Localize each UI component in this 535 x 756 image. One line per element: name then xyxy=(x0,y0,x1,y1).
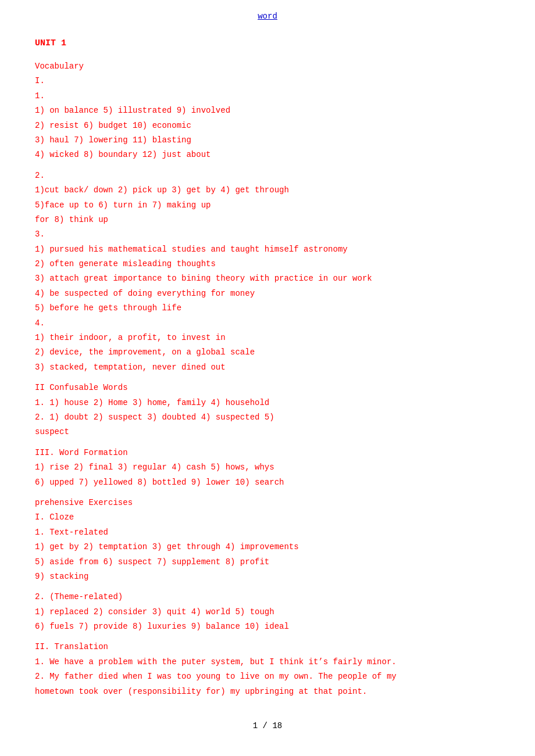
line-1-3: 3) haul 7) lowering 11) blasting xyxy=(35,134,500,146)
tr-1: 1) get by 2) temptation 3) get through 4… xyxy=(35,540,500,553)
section-1: 1. xyxy=(35,89,500,102)
line-2-3: for 8) think up xyxy=(35,213,500,226)
comp-label: prehensive Exercises xyxy=(35,496,500,509)
theme-2: 6) fuels 7) provide 8) luxuries 9) balan… xyxy=(35,620,500,633)
confusable-label: II Confusable Words xyxy=(35,381,500,394)
line-1-4: 4) wicked 8) boundary 12) just about xyxy=(35,148,500,161)
word-formation-label: III. Word Formation xyxy=(35,446,500,459)
line-2-1: 1)cut back/ down 2) pick up 3) get by 4)… xyxy=(35,184,500,196)
line-4-1: 1) their indoor, a profit, to invest in xyxy=(35,331,500,344)
theme-related-label: 2. (Theme-related) xyxy=(35,590,500,603)
section-2: 2. xyxy=(35,169,500,182)
tr-3: 9) stacking xyxy=(35,570,500,583)
trans-2b: hometown took over (responsibility for) … xyxy=(35,685,500,698)
line-3-3: 3) attach great importance to bining the… xyxy=(35,272,500,285)
unit-title: UNIT 1 xyxy=(35,38,500,48)
wf-1: 1) rise 2) final 3) regular 4) cash 5) h… xyxy=(35,461,500,474)
line-4-2: 2) device, the improvement, on a global … xyxy=(35,346,500,359)
line-1-1: 1) on balance 5) illustrated 9) involved xyxy=(35,104,500,117)
section-4: 4. xyxy=(35,317,500,329)
line-4-3: 3) stacked, temptation, never dined out xyxy=(35,361,500,374)
page-title: word xyxy=(35,12,500,21)
trans-1: 1. We have a problem with the puter syst… xyxy=(35,655,500,668)
text-related-label: 1. Text-related xyxy=(35,526,500,539)
tr-2: 5) aside from 6) suspect 7) supplement 8… xyxy=(35,556,500,568)
translation-label: II. Translation xyxy=(35,640,500,653)
line-3-5: 5) before he gets through life xyxy=(35,302,500,314)
theme-1: 1) replaced 2) consider 3) quit 4) world… xyxy=(35,605,500,618)
section-I: I. xyxy=(35,74,500,87)
trans-2: 2. My father died when I was too young t… xyxy=(35,670,500,683)
page-footer: 1 / 18 xyxy=(35,721,500,730)
line-2-2: 5)face up to 6) turn in 7) making up xyxy=(35,199,500,212)
line-1-2: 2) resist 6) budget 10) economic xyxy=(35,119,500,132)
conf-1: 1. 1) house 2) Home 3) home, family 4) h… xyxy=(35,396,500,409)
line-3-4: 4) be suspected of doing everything for … xyxy=(35,287,500,300)
conf-2: 2. 1) doubt 2) suspect 3) doubted 4) sus… xyxy=(35,411,500,424)
line-3-1: 1) pursued his mathematical studies and … xyxy=(35,243,500,256)
cloze-label: I. Cloze xyxy=(35,511,500,524)
wf-2: 6) upped 7) yellowed 8) bottled 9) lower… xyxy=(35,476,500,489)
section-3: 3. xyxy=(35,228,500,241)
line-3-2: 2) often generate misleading thoughts xyxy=(35,257,500,270)
conf-2b: suspect xyxy=(35,425,500,438)
vocabulary-label: Vocabulary xyxy=(35,60,500,73)
